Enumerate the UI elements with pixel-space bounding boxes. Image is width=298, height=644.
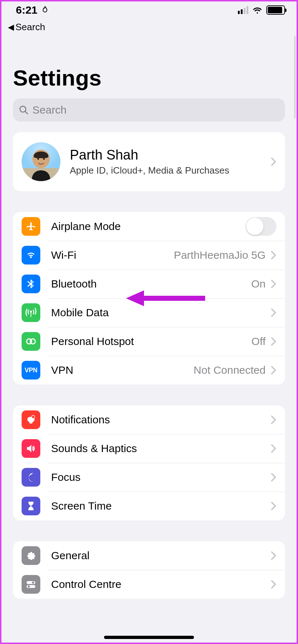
airplane-mode-row[interactable]: Airplane Mode — [13, 212, 285, 241]
status-time: 6:21 — [16, 4, 37, 16]
row-label: Mobile Data — [51, 307, 271, 319]
row-label: General — [51, 549, 271, 562]
connectivity-group: Airplane Mode Wi-Fi ParthHeemaJio 5G Blu… — [13, 212, 285, 385]
signal-icon — [238, 6, 248, 14]
focus-row[interactable]: Focus — [13, 463, 285, 492]
svg-point-6 — [43, 158, 45, 160]
profile-row[interactable]: Parth Shah Apple ID, iCloud+, Media & Pu… — [13, 132, 285, 191]
chevron-right-icon — [271, 337, 276, 346]
svg-point-13 — [32, 581, 34, 584]
general-row[interactable]: General — [13, 541, 285, 570]
bell-icon — [22, 410, 40, 429]
row-value: Not Connected — [194, 364, 266, 376]
general-group: General Control Centre — [13, 541, 285, 599]
hotspot-icon — [22, 332, 40, 351]
search-input[interactable] — [32, 104, 279, 116]
search-icon — [19, 105, 29, 115]
profile-subtitle: Apple ID, iCloud+, Media & Purchases — [70, 165, 261, 176]
search-field[interactable] — [13, 98, 285, 121]
gear-icon — [22, 546, 40, 565]
chevron-right-icon — [271, 250, 276, 260]
notifications-row[interactable]: Notifications — [13, 405, 285, 434]
hourglass-icon — [22, 497, 40, 515]
mobile-data-row[interactable]: Mobile Data — [13, 298, 285, 327]
wifi-icon — [252, 6, 263, 14]
chevron-right-icon — [271, 415, 276, 424]
svg-point-15 — [28, 585, 30, 588]
svg-point-8 — [30, 339, 35, 344]
toggle-icon — [22, 575, 40, 594]
chevron-right-icon — [271, 365, 276, 375]
row-value: Off — [252, 335, 266, 348]
avatar — [22, 142, 60, 181]
chevron-right-icon — [271, 308, 276, 317]
row-label: Wi-Fi — [51, 249, 174, 261]
flame-icon — [40, 5, 50, 15]
chevron-right-icon — [271, 580, 276, 589]
moon-icon — [22, 468, 40, 487]
chevron-right-icon — [271, 501, 276, 511]
airplane-icon — [22, 217, 40, 236]
svg-point-5 — [37, 158, 39, 160]
notifications-group: Notifications Sounds & Haptics Focus Scr… — [13, 405, 285, 520]
back-label: Search — [15, 22, 45, 33]
row-label: Sounds & Haptics — [51, 442, 271, 455]
row-value: ParthHeemaJio 5G — [174, 249, 266, 261]
svg-point-11 — [32, 416, 35, 418]
bluetooth-icon — [22, 275, 40, 293]
row-label: Bluetooth — [51, 278, 251, 290]
airplane-toggle[interactable] — [245, 217, 276, 236]
row-value: On — [251, 278, 266, 290]
row-label: VPN — [51, 364, 194, 376]
row-label: Control Centre — [51, 578, 271, 590]
chevron-right-icon — [271, 157, 276, 166]
sounds-row[interactable]: Sounds & Haptics — [13, 434, 285, 463]
battery-icon — [266, 5, 285, 15]
row-label: Screen Time — [51, 500, 271, 512]
wifi-row[interactable]: Wi-Fi ParthHeemaJio 5G — [13, 241, 285, 270]
chevron-right-icon — [271, 473, 276, 482]
row-label: Notifications — [51, 414, 271, 426]
status-bar: 6:21 — [0, 0, 298, 20]
scroll-indicator[interactable] — [294, 36, 296, 119]
screentime-row[interactable]: Screen Time — [13, 492, 285, 520]
page-title: Settings — [0, 35, 298, 95]
home-indicator[interactable] — [104, 636, 194, 639]
profile-name: Parth Shah — [70, 147, 261, 163]
chevron-right-icon — [271, 279, 276, 289]
row-label: Personal Hotspot — [51, 335, 252, 348]
wifi-settings-icon — [22, 246, 40, 264]
row-label: Airplane Mode — [51, 220, 245, 233]
antenna-icon — [22, 303, 40, 322]
vpn-icon: VPN — [22, 361, 40, 380]
vpn-row[interactable]: VPN VPN Not Connected — [13, 356, 285, 385]
back-button[interactable]: ◀ Search — [0, 20, 298, 35]
bluetooth-row[interactable]: Bluetooth On — [13, 270, 285, 298]
svg-line-1 — [25, 111, 28, 114]
chevron-right-icon — [271, 444, 276, 453]
row-label: Focus — [51, 471, 271, 483]
chevron-right-icon — [271, 551, 276, 560]
back-chevron-icon: ◀ — [8, 23, 14, 32]
speaker-icon — [22, 439, 40, 458]
hotspot-row[interactable]: Personal Hotspot Off — [13, 327, 285, 356]
control-centre-row[interactable]: Control Centre — [13, 570, 285, 599]
